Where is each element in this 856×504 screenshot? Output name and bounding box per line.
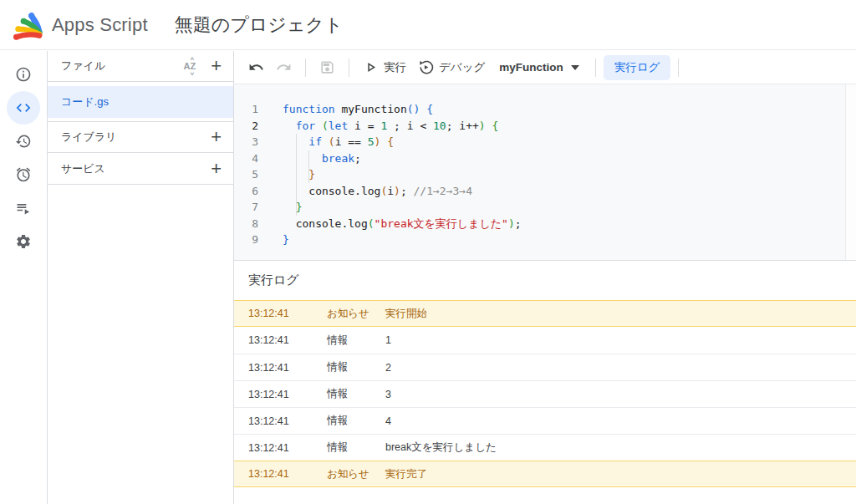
log-time: 13:12:41: [248, 468, 327, 480]
log-time: 13:12:41: [248, 415, 327, 427]
line-number: 7: [234, 199, 272, 216]
alarm-icon: [15, 166, 32, 183]
save-icon: [319, 59, 335, 75]
run-button[interactable]: 実行: [357, 56, 412, 79]
log-row: 13:12:41情報3: [234, 380, 856, 407]
nav-project-history[interactable]: [7, 125, 40, 158]
nav-executions[interactable]: [7, 191, 40, 225]
debug-icon: [418, 59, 434, 75]
nav-triggers[interactable]: [7, 158, 40, 191]
code-line: 8 console.log("break文を実行しました");: [234, 216, 856, 232]
line-number: 5: [234, 166, 272, 183]
add-library-button[interactable]: +: [207, 129, 225, 145]
log-type: 情報: [327, 414, 385, 428]
gear-icon: [15, 233, 32, 250]
log-time: 13:12:41: [248, 389, 327, 400]
code-text: }: [283, 232, 289, 248]
code-line: 3 if (i == 5) {: [234, 134, 856, 150]
debug-button[interactable]: デバッグ: [412, 56, 491, 79]
debug-label: デバッグ: [439, 60, 485, 75]
code-text: for (let i = 1 ; i < 10; i++) {: [283, 118, 498, 135]
libraries-section[interactable]: ライブラリ +: [48, 121, 233, 153]
log-row: 13:12:41情報break文を実行しました: [234, 434, 856, 461]
undo-icon: [248, 59, 264, 75]
code-text: break;: [283, 150, 361, 167]
log-message: break文を実行しました: [385, 440, 497, 455]
indent-guide: [296, 134, 297, 216]
toolbar-divider: [595, 59, 596, 77]
function-selector[interactable]: myFunction: [491, 58, 588, 77]
log-type: 情報: [327, 333, 385, 348]
nav-rail: [0, 51, 48, 504]
line-number: 2: [234, 118, 272, 135]
nav-overview[interactable]: [7, 58, 40, 91]
code-text: console.log("break文を実行しました");: [283, 216, 522, 232]
libraries-label: ライブラリ: [61, 130, 117, 145]
executions-icon: [15, 200, 32, 216]
chevron-down-icon: [571, 65, 579, 70]
code-line: 5 }: [234, 166, 856, 183]
app-name: Apps Script: [52, 14, 148, 36]
file-item-code-gs[interactable]: コード.gs: [48, 86, 233, 118]
add-service-button[interactable]: +: [207, 160, 225, 177]
code-line: 2 for (let i = 1 ; i < 10; i++) {: [234, 118, 856, 135]
editor-scrollbar[interactable]: [845, 84, 856, 260]
run-label: 実行: [384, 60, 406, 75]
app-header: Apps Script 無題のプロジェクト: [0, 0, 856, 50]
nav-settings[interactable]: [7, 225, 40, 258]
log-row: 13:12:41情報4: [234, 407, 856, 434]
file-name: コード.gs: [61, 94, 109, 109]
log-message: 4: [385, 415, 391, 427]
log-time: 13:12:41: [248, 334, 327, 346]
toolbar-divider: [349, 59, 349, 77]
indent-guide: [308, 150, 309, 183]
services-label: サービス: [61, 161, 105, 176]
line-number: 3: [234, 134, 272, 150]
info-icon: [15, 66, 32, 83]
file-panel-title: ファイル: [61, 59, 105, 74]
line-number: 4: [234, 150, 272, 167]
main-area: 実行 デバッグ myFunction 実行ログ 1function myFunc…: [234, 51, 856, 504]
code-line: 6 console.log(i); //1→2→3→4: [234, 183, 856, 200]
services-section[interactable]: サービス +: [48, 153, 233, 185]
log-type: 情報: [327, 440, 385, 455]
apps-script-logo-icon: [12, 9, 43, 41]
az-sort-icon[interactable]: AZ˄˅: [183, 61, 196, 71]
apps-script-editor: Apps Script 無題のプロジェクト ファイル AZ˄˅ +: [0, 0, 856, 504]
log-time: 13:12:41: [248, 442, 327, 454]
save-button[interactable]: [313, 56, 341, 79]
code-line: 7 }: [234, 199, 856, 216]
code-line: 4 break;: [234, 150, 856, 167]
log-message: 3: [385, 389, 391, 400]
log-rows: 13:12:41お知らせ実行開始13:12:41情報113:12:41情報213…: [234, 300, 856, 487]
undo-button[interactable]: [242, 56, 270, 79]
execution-log-button[interactable]: 実行ログ: [604, 55, 671, 80]
log-type: 情報: [327, 360, 385, 374]
redo-button[interactable]: [270, 56, 298, 79]
log-message: 2: [385, 362, 391, 374]
code-text: if (i == 5) {: [283, 134, 394, 150]
code-icon: [15, 99, 32, 116]
run-icon: [363, 59, 379, 75]
log-message: 1: [385, 334, 391, 346]
execution-log-title: 実行ログ: [234, 260, 856, 300]
line-number: 9: [234, 232, 272, 248]
redo-icon: [276, 59, 292, 75]
log-row: 13:12:41情報2: [234, 354, 856, 380]
log-time: 13:12:41: [248, 308, 327, 319]
file-panel: ファイル AZ˄˅ + コード.gs ライブラリ + サービス +: [48, 51, 234, 504]
toolbar-divider: [305, 59, 306, 77]
line-number: 6: [234, 183, 272, 200]
log-message: 実行完了: [385, 467, 427, 481]
line-number: 8: [234, 216, 272, 232]
nav-editor[interactable]: [7, 91, 40, 125]
code-editor[interactable]: 1function myFunction() {2 for (let i = 1…: [234, 84, 856, 260]
add-file-button[interactable]: +: [207, 58, 225, 74]
code-lines: 1function myFunction() {2 for (let i = 1…: [234, 101, 856, 248]
editor-toolbar: 実行 デバッグ myFunction 実行ログ: [234, 51, 856, 84]
file-panel-header: ファイル AZ˄˅ +: [48, 51, 233, 82]
history-icon: [15, 133, 32, 150]
project-title[interactable]: 無題のプロジェクト: [175, 13, 344, 38]
code-text: }: [283, 199, 302, 216]
code-text: }: [283, 166, 315, 183]
